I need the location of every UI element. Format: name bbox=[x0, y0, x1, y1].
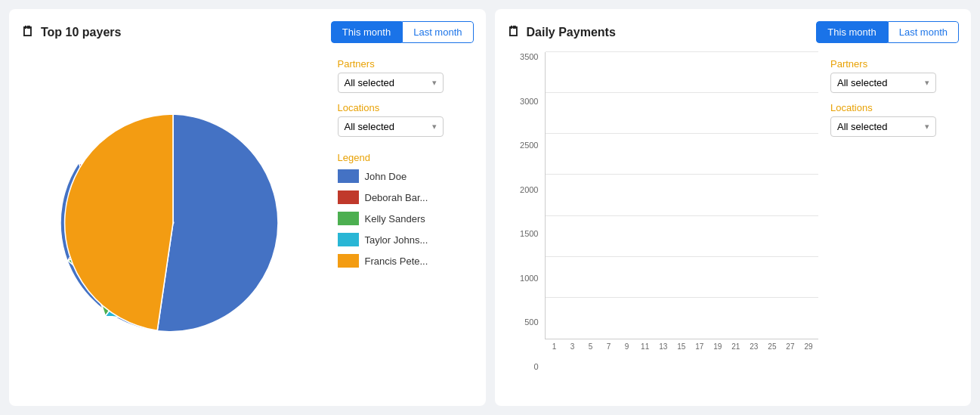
right-locations-label: Locations bbox=[830, 102, 959, 113]
x-axis-label: 1 bbox=[548, 342, 561, 351]
legend-item: Kelly Sanders bbox=[338, 212, 474, 225]
right-panel-title-text: Daily Payments bbox=[527, 26, 616, 39]
x-axis-label: 17 bbox=[693, 342, 706, 351]
right-partners-label: Partners bbox=[830, 58, 959, 70]
right-locations-value: All selected bbox=[837, 121, 887, 132]
locations-filter: Locations All selected ▾ bbox=[338, 102, 474, 137]
chart-inner bbox=[545, 52, 819, 339]
left-panel-body: Partners All selected ▾ Locations All se… bbox=[21, 52, 474, 394]
legend-item-label: Deborah Bar... bbox=[365, 192, 428, 203]
legend-item-label: Francis Pete... bbox=[365, 256, 428, 267]
left-time-toggle: This month Last month bbox=[331, 21, 474, 43]
legend-item: Deborah Bar... bbox=[338, 190, 474, 204]
x-axis-label: 5 bbox=[584, 342, 598, 351]
grid-line bbox=[546, 297, 819, 298]
pie-chart bbox=[52, 102, 294, 344]
left-panel-title: 🗒 Top 10 payers bbox=[21, 24, 121, 40]
locations-select[interactable]: All selected ▾ bbox=[338, 116, 444, 137]
x-axis-label: 29 bbox=[802, 342, 815, 351]
x-axis-label: 7 bbox=[602, 342, 616, 351]
legend-item-label: Taylor Johns... bbox=[365, 234, 428, 246]
y-axis-label: 1500 bbox=[507, 229, 543, 238]
x-axis-label: 19 bbox=[711, 342, 725, 351]
left-sidebar: Partners All selected ▾ Locations All se… bbox=[338, 52, 474, 394]
y-axis-label: 1000 bbox=[507, 274, 543, 283]
x-axis-label: 25 bbox=[765, 342, 779, 351]
right-panel-header: 🗒 Daily Payments This month Last month bbox=[507, 21, 960, 43]
locations-label: Locations bbox=[338, 102, 474, 113]
bar-chart-area: 0500100015002000250030003500 13579111315… bbox=[507, 52, 819, 394]
pie-svg bbox=[52, 102, 294, 344]
x-axis-label: 11 bbox=[638, 342, 652, 351]
right-last-month-button[interactable]: Last month bbox=[888, 21, 959, 43]
x-axis-label: 27 bbox=[784, 342, 797, 351]
legend-color-swatch bbox=[338, 190, 359, 204]
pie-chart-area bbox=[21, 52, 326, 394]
x-axis-label: 23 bbox=[747, 342, 761, 351]
legend-color-swatch bbox=[338, 254, 359, 268]
legend-item: John Doe bbox=[338, 169, 474, 183]
legend-section: Legend John Doe Deborah Bar... Kelly San… bbox=[338, 152, 474, 275]
grid-line bbox=[546, 215, 819, 216]
legend-color-swatch bbox=[338, 233, 359, 246]
left-this-month-button[interactable]: This month bbox=[331, 21, 402, 43]
legend-item: Francis Pete... bbox=[338, 254, 474, 268]
right-partners-chevron-icon: ▾ bbox=[925, 78, 929, 88]
grid-line bbox=[546, 92, 819, 93]
legend-color-swatch bbox=[338, 212, 359, 225]
grid-line bbox=[546, 51, 819, 52]
right-partners-select[interactable]: All selected ▾ bbox=[830, 73, 936, 93]
x-axis: 1357911131517192123252729 bbox=[545, 339, 819, 351]
legend-item-label: John Doe bbox=[365, 171, 407, 182]
right-partners-value: All selected bbox=[837, 77, 887, 88]
x-axis-label: 15 bbox=[675, 342, 688, 351]
x-axis-label: 21 bbox=[729, 342, 743, 351]
partners-chevron-icon: ▾ bbox=[432, 78, 437, 88]
x-axis-label: 3 bbox=[566, 342, 580, 351]
legend-title: Legend bbox=[338, 152, 474, 163]
right-panel-title: 🗒 Daily Payments bbox=[507, 24, 616, 40]
right-locations-filter: Locations All selected ▾ bbox=[830, 102, 959, 137]
bars-container bbox=[546, 52, 819, 339]
right-locations-chevron-icon: ▾ bbox=[925, 122, 929, 132]
daily-payments-panel: 🗒 Daily Payments This month Last month 0… bbox=[495, 9, 972, 406]
y-axis-label: 2000 bbox=[507, 185, 543, 194]
y-axis-label: 500 bbox=[507, 317, 543, 327]
legend-item: Taylor Johns... bbox=[338, 233, 474, 246]
y-axis-label: 0 bbox=[507, 362, 543, 371]
x-axis-label: 9 bbox=[620, 342, 634, 351]
right-this-month-button[interactable]: This month bbox=[816, 21, 887, 43]
partners-value: All selected bbox=[345, 77, 394, 88]
right-partners-filter: Partners All selected ▾ bbox=[830, 58, 959, 93]
y-axis: 0500100015002000250030003500 bbox=[507, 52, 543, 371]
top-payers-panel: 🗒 Top 10 payers This month Last month bbox=[9, 9, 486, 406]
left-last-month-button[interactable]: Last month bbox=[402, 21, 473, 43]
right-time-toggle: This month Last month bbox=[816, 21, 959, 43]
grid-line bbox=[546, 256, 819, 257]
right-panel-icon: 🗒 bbox=[507, 24, 521, 40]
left-panel-header: 🗒 Top 10 payers This month Last month bbox=[21, 21, 474, 43]
y-axis-label: 3500 bbox=[507, 52, 543, 61]
right-sidebar: Partners All selected ▾ Locations All se… bbox=[830, 52, 959, 394]
grid-line bbox=[546, 174, 819, 175]
legend-item-label: Kelly Sanders bbox=[365, 213, 425, 225]
left-panel-icon: 🗒 bbox=[21, 24, 35, 40]
right-panel-body: 0500100015002000250030003500 13579111315… bbox=[507, 52, 960, 394]
y-axis-label: 2500 bbox=[507, 141, 543, 150]
grid-line bbox=[546, 133, 819, 134]
y-axis-label: 3000 bbox=[507, 97, 543, 106]
partners-label: Partners bbox=[338, 58, 474, 70]
locations-chevron-icon: ▾ bbox=[432, 122, 437, 132]
partners-select[interactable]: All selected ▾ bbox=[338, 73, 444, 93]
right-locations-select[interactable]: All selected ▾ bbox=[830, 116, 936, 137]
legend-items: John Doe Deborah Bar... Kelly Sanders Ta… bbox=[338, 169, 474, 268]
legend-color-swatch bbox=[338, 169, 359, 183]
x-axis-label: 13 bbox=[657, 342, 670, 351]
partners-filter: Partners All selected ▾ bbox=[338, 58, 474, 93]
bar-chart-wrapper: 0500100015002000250030003500 13579111315… bbox=[507, 52, 819, 394]
locations-value: All selected bbox=[345, 121, 394, 132]
left-panel-title-text: Top 10 payers bbox=[41, 26, 121, 39]
